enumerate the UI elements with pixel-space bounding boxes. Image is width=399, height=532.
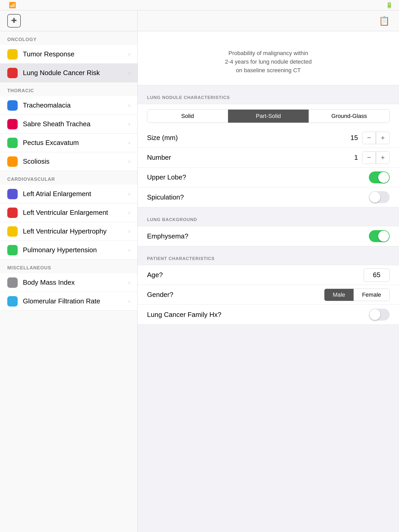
form-section-patient-characteristics: PATIENT CHARACTERISTICSAge?Gender?MaleFe…	[138, 252, 399, 325]
sidebar-item-lung-nodule[interactable]: Lung Nodule Cancer Risk›	[0, 64, 137, 82]
form-row-emphysema: Emphysema?	[138, 226, 399, 246]
battery-icon: 🔋	[386, 2, 393, 9]
sidebar-section-header-0: ONCOLOGY	[0, 31, 137, 45]
sidebar-item-bmi[interactable]: Body Mass Index›	[0, 273, 137, 292]
stepper-plus-size[interactable]: +	[376, 132, 389, 144]
segmented-option-solid[interactable]: Solid	[147, 110, 228, 123]
form-sections: LUNG NODULE CHARACTERISTICSSolidPart-Sol…	[138, 85, 399, 325]
status-right: 🔋	[384, 2, 393, 9]
chevron-right-icon-pulmonary-hypertension: ›	[128, 247, 130, 254]
sidebar-item-color-left-ventricular-e	[7, 208, 18, 218]
sidebar-item-label-lung-nodule: Lung Nodule Cancer Risk	[23, 69, 123, 77]
form-row-label-spiculation: Spiculation?	[147, 193, 365, 201]
segmented-lung-nodule-characteristics[interactable]: SolidPart-SolidGround-Glass	[147, 109, 390, 123]
content-area: 📋 Probability of malignancy within2-4 ye…	[138, 10, 399, 532]
sidebar-item-left-atrial[interactable]: Left Atrial Enlargement›	[0, 185, 137, 203]
sidebar-item-color-lung-nodule	[7, 68, 18, 78]
chevron-right-icon-pectus: ›	[128, 139, 130, 146]
sidebar-item-color-left-atrial	[7, 189, 18, 199]
toggle-knob-upper-lobe	[378, 172, 389, 183]
form-row-label-size: Size (mm)	[147, 134, 341, 142]
form-section-content-patient-characteristics: Age?Gender?MaleFemaleLung Cancer Family …	[138, 265, 399, 325]
form-section-header-lung-background: LUNG BACKGROUND	[138, 214, 399, 226]
stepper-minus-size[interactable]: −	[362, 132, 376, 144]
chevron-right-icon-sabre-sheath: ›	[128, 121, 130, 128]
form-row-upper-lobe: Upper Lobe?	[138, 168, 399, 187]
form-section-header-patient-characteristics: PATIENT CHARACTERISTICS	[138, 252, 399, 265]
sidebar-item-label-pectus: Pectus Excavatum	[23, 139, 123, 147]
toggle-emphysema[interactable]	[369, 230, 390, 242]
sidebar-item-label-bmi: Body Mass Index	[23, 278, 123, 287]
form-section-content-lung-background: Emphysema?	[138, 226, 399, 246]
sidebar-item-scoliosis[interactable]: Scoliosis›	[0, 152, 137, 171]
form-row-value-number: 1	[345, 154, 358, 162]
sidebar-item-pulmonary-hypertension[interactable]: Pulmonary Hypertension›	[0, 241, 137, 260]
form-section-content-lung-nodule-characteristics: SolidPart-SolidGround-GlassSize (mm)15−+…	[138, 104, 399, 207]
chevron-right-icon-lung-nodule: ›	[128, 70, 130, 76]
sidebar-item-label-tumor-response: Tumor Response	[23, 50, 123, 58]
segmented-option-part-solid[interactable]: Part-Solid	[228, 110, 309, 123]
form-row-value-size: 15	[345, 134, 358, 142]
sidebar-section-header-1: THORACIC	[0, 82, 137, 96]
chevron-right-icon-tracheomalacia: ›	[128, 102, 130, 109]
segmented-option-ground-glass[interactable]: Ground-Glass	[309, 110, 389, 123]
stepper-number[interactable]: −+	[362, 151, 390, 164]
main-layout: ✚ ONCOLOGYTumor Response›Lung Nodule Can…	[0, 10, 399, 532]
sidebar-item-sabre-sheath[interactable]: Sabre Sheath Trachea›	[0, 115, 137, 134]
chevron-right-icon-gfr: ›	[128, 298, 130, 305]
form-row-gender: Gender?MaleFemale	[138, 285, 399, 305]
sidebar-item-color-tumor-response	[7, 49, 18, 59]
sidebar-item-label-gfr: Glomerular Filtration Rate	[23, 297, 123, 305]
toggle-upper-lobe[interactable]	[369, 171, 390, 183]
form-row-age: Age?	[138, 265, 399, 285]
input-age[interactable]	[364, 268, 390, 282]
sidebar-item-label-left-atrial: Left Atrial Enlargement	[23, 190, 123, 198]
status-bar: 📶 🔋	[0, 0, 399, 10]
sidebar-item-tumor-response[interactable]: Tumor Response›	[0, 45, 137, 64]
sidebar-item-left-ventricular-e[interactable]: Left Ventricular Enlargement›	[0, 203, 137, 222]
list-icon[interactable]: 📋	[379, 16, 390, 26]
content-header: 📋	[138, 10, 399, 31]
sidebar-item-label-scoliosis: Scoliosis	[23, 157, 123, 165]
gender-option-male[interactable]: Male	[324, 289, 354, 301]
gender-control-gender[interactable]: MaleFemale	[324, 289, 390, 301]
form-row-label-number: Number	[147, 154, 341, 162]
sidebar-item-color-bmi	[7, 277, 18, 288]
toggle-family-hx[interactable]	[369, 309, 390, 321]
chevron-right-icon-tumor-response: ›	[128, 51, 130, 58]
form-row-spiculation: Spiculation?	[138, 187, 399, 207]
chevron-right-icon-scoliosis: ›	[128, 158, 130, 165]
toggle-knob-family-hx	[369, 309, 380, 320]
chevron-right-icon-bmi: ›	[128, 279, 130, 286]
sidebar-item-left-ventricular-h[interactable]: Left Ventricular Hypertrophy›	[0, 222, 137, 241]
chevron-right-icon-left-ventricular-e: ›	[128, 209, 130, 216]
toggle-spiculation[interactable]	[369, 191, 390, 203]
form-row-label-upper-lobe: Upper Lobe?	[147, 173, 365, 181]
form-row-label-emphysema: Emphysema?	[147, 232, 365, 240]
sidebar-item-label-left-ventricular-e: Left Ventricular Enlargement	[23, 209, 123, 217]
sidebar-item-tracheomalacia[interactable]: Tracheomalacia›	[0, 96, 137, 115]
sidebar-item-color-scoliosis	[7, 156, 18, 167]
sidebar-item-pectus[interactable]: Pectus Excavatum›	[0, 134, 137, 152]
gender-option-female[interactable]: Female	[354, 289, 389, 301]
form-row-label-age: Age?	[147, 271, 360, 279]
sidebar-sections: ONCOLOGYTumor Response›Lung Nodule Cance…	[0, 31, 137, 311]
status-left: 📶	[6, 2, 16, 9]
form-section-header-lung-nodule-characteristics: LUNG NODULE CHARACTERISTICS	[138, 91, 399, 104]
sidebar-item-label-tracheomalacia: Tracheomalacia	[23, 101, 123, 109]
sidebar: ✚ ONCOLOGYTumor Response›Lung Nodule Can…	[0, 10, 138, 532]
sidebar-item-label-left-ventricular-h: Left Ventricular Hypertrophy	[23, 227, 123, 235]
stepper-plus-number[interactable]: +	[376, 152, 389, 164]
form-section-lung-nodule-characteristics: LUNG NODULE CHARACTERISTICSSolidPart-Sol…	[138, 91, 399, 207]
form-row-number: Number1−+	[138, 148, 399, 168]
stepper-size[interactable]: −+	[362, 132, 390, 144]
sidebar-item-gfr[interactable]: Glomerular Filtration Rate›	[0, 292, 137, 311]
sidebar-item-color-pulmonary-hypertension	[7, 245, 18, 255]
sidebar-item-color-sabre-sheath	[7, 119, 18, 129]
sidebar-item-label-pulmonary-hypertension: Pulmonary Hypertension	[23, 246, 123, 254]
sidebar-item-color-gfr	[7, 296, 18, 307]
result-description: Probability of malignancy within2-4 year…	[225, 49, 312, 75]
sidebar-header: ✚	[0, 10, 137, 31]
toggle-knob-spiculation	[369, 192, 380, 203]
stepper-minus-number[interactable]: −	[362, 152, 376, 164]
